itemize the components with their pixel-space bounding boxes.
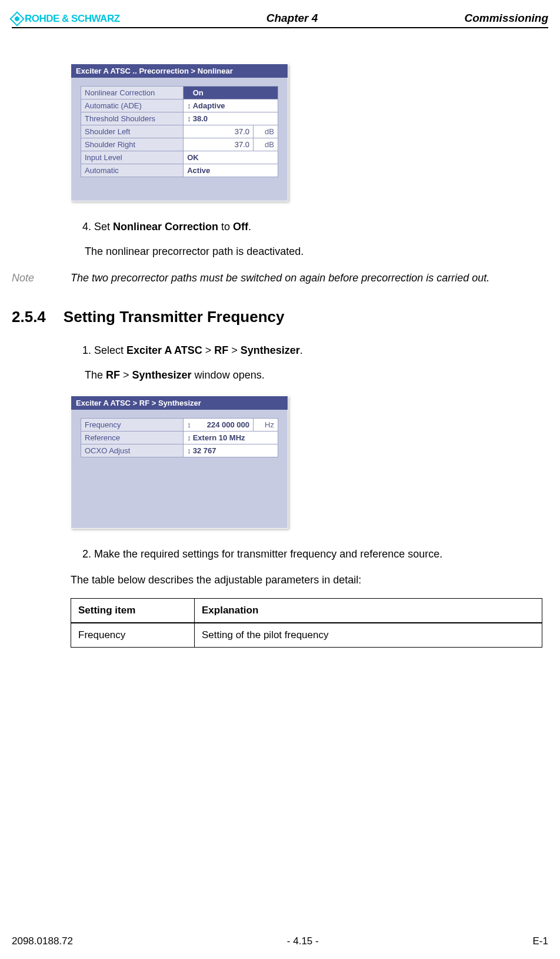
step-1b: Select Exciter A ATSC > RF > Synthesizer… <box>94 343 542 359</box>
step-2b: Make the required settings for transmitt… <box>94 546 542 562</box>
row-label: Frequency <box>81 419 184 432</box>
spin-icon: ↕ <box>187 101 191 110</box>
row-label: Shoulder Left <box>81 125 184 138</box>
row-unit: dB <box>254 138 278 151</box>
row-label: Automatic <box>81 164 184 177</box>
note-block: Note The two precorrector paths must be … <box>12 272 542 284</box>
note-label: Note <box>12 272 47 284</box>
header-title-right: Commissioning <box>464 12 548 25</box>
row-label: Nonlinear Correction <box>81 87 184 99</box>
spin-icon: ↕ <box>187 433 191 442</box>
brand-diamond-icon <box>9 11 24 26</box>
table-row: Frequency Setting of the pilot frequency <box>71 623 542 648</box>
footer-left: 2098.0188.72 <box>12 935 73 947</box>
section-heading: 2.5.4 Setting Transmitter Frequency <box>12 308 542 326</box>
step-4-follow: The nonlinear precorrector path is deact… <box>85 245 542 258</box>
brand-logo: ROHDE & SCHWARZ <box>12 13 120 25</box>
row-unit: dB <box>254 125 278 138</box>
footer-center: - 4.15 - <box>287 935 319 947</box>
row-label: Threshold Shoulders <box>81 112 184 125</box>
param-header-2: Explanation <box>195 599 542 623</box>
brand-text: ROHDE & SCHWARZ <box>25 13 120 25</box>
param-table: Setting item Explanation Frequency Setti… <box>71 598 542 648</box>
precorrection-window: Exciter A ATSC .. Precorrection > Nonlin… <box>71 64 288 201</box>
row-value[interactable]: ↕224 000 000 <box>184 419 254 432</box>
row-label: Automatic (ADE) <box>81 99 184 112</box>
row-value[interactable]: ↕Adaptive <box>184 99 278 112</box>
synthesizer-table: Frequency ↕224 000 000 Hz Reference ↕Ext… <box>81 418 278 457</box>
note-text: The two precorrector paths must be switc… <box>71 272 542 284</box>
precorrection-table: Nonlinear Correction ↕On Automatic (ADE)… <box>81 86 278 177</box>
row-value: 37.0 <box>184 138 254 151</box>
section-title: Setting Transmitter Frequency <box>64 308 285 326</box>
step-4: Set Nonlinear Correction to Off. <box>94 219 542 235</box>
section-number: 2.5.4 <box>12 308 46 326</box>
row-label: Shoulder Right <box>81 138 184 151</box>
page-header: ROHDE & SCHWARZ Chapter 4 Commissioning <box>12 12 548 28</box>
row-label: Reference <box>81 432 184 444</box>
table-intro: The table below describes the adjustable… <box>71 574 542 586</box>
row-unit: Hz <box>254 419 278 432</box>
row-value[interactable]: ↕Extern 10 MHz <box>184 432 278 444</box>
row-value: 37.0 <box>184 125 254 138</box>
row-value: Active <box>184 164 278 177</box>
window-titlebar: Exciter A ATSC > RF > Synthesizer <box>71 396 288 410</box>
spin-icon: ↕ <box>187 446 191 455</box>
row-value[interactable]: ↕32 767 <box>184 444 278 457</box>
param-header-1: Setting item <box>71 599 195 623</box>
row-value: OK <box>184 151 278 164</box>
row-value[interactable]: ↕38.0 <box>184 112 278 125</box>
spin-icon: ↕ <box>187 420 191 429</box>
window-titlebar: Exciter A ATSC .. Precorrection > Nonlin… <box>71 64 288 78</box>
step-1b-follow: The RF > Synthesizer window opens. <box>85 369 542 381</box>
row-label: Input Level <box>81 151 184 164</box>
footer-right: E-1 <box>533 935 548 947</box>
chapter-label: Chapter 4 <box>266 12 318 25</box>
param-cell: Frequency <box>71 623 195 648</box>
row-label: OCXO Adjust <box>81 444 184 457</box>
param-cell: Setting of the pilot frequency <box>195 623 542 648</box>
row-value[interactable]: ↕On <box>184 87 278 99</box>
spin-icon: ↕ <box>187 88 191 97</box>
synthesizer-window: Exciter A ATSC > RF > Synthesizer Freque… <box>71 396 288 529</box>
step-list-b: Select Exciter A ATSC > RF > Synthesizer… <box>71 343 542 359</box>
page-footer: 2098.0188.72 - 4.15 - E-1 <box>12 935 548 947</box>
step-list: Set Nonlinear Correction to Off. <box>71 219 542 235</box>
step-list-c: Make the required settings for transmitt… <box>71 546 542 562</box>
spin-icon: ↕ <box>187 114 191 123</box>
